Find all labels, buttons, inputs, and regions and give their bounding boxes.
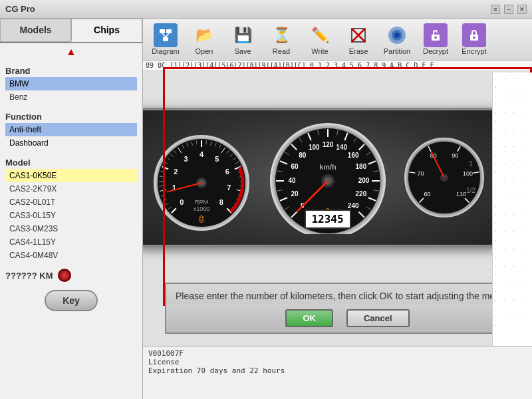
svg-point-10 (394, 33, 400, 38)
decrypt-icon (424, 23, 448, 47)
encrypt-button[interactable]: Encrypt (457, 21, 491, 57)
title-bar: CG Pro ≡ – ✕ (0, 0, 532, 19)
status-line-2: License (148, 358, 527, 366)
model-item-cas4-0m48v[interactable]: CAS4-0M48V (5, 249, 137, 262)
sidebar-tabs: Models Chips (0, 19, 142, 43)
tab-chips[interactable]: Chips (71, 19, 142, 42)
brand-item-benz[interactable]: Benz (5, 90, 137, 104)
partition-label: Partition (384, 47, 410, 55)
open-label: Open (196, 47, 213, 55)
encrypt-icon (462, 23, 486, 47)
function-item-dashboard[interactable]: Dashboard (5, 136, 137, 150)
open-icon: 📂 (192, 23, 216, 47)
diagram-icon (154, 23, 178, 47)
erase-button[interactable]: Erase (341, 21, 376, 57)
dialog-message-text: Please enter the number of kilometers, t… (176, 291, 508, 301)
decrypt-label: Decrypt (423, 47, 448, 55)
km-input[interactable]: 12345 (305, 209, 351, 229)
km-row: ?????? KM (0, 265, 142, 286)
write-button[interactable]: ✏️ Write (303, 21, 337, 57)
svg-rect-1 (166, 29, 172, 33)
status-line-1: V001007F (148, 349, 527, 358)
content-area: Diagram 📂 Open 💾 Save ⏳ Read ✏️ Write (143, 19, 532, 399)
model-item-cas1[interactable]: CAS1-0K50E (5, 169, 137, 182)
read-button[interactable]: ⏳ Read (264, 21, 299, 57)
function-title: Function (5, 109, 137, 123)
save-icon: 💾 (231, 23, 255, 47)
model-list: CAS1-0K50E CAS2-2K79X CAS2-0L01T CAS3-0L… (5, 169, 137, 262)
status-line-3: Expiration 70 days and 22 hours (148, 366, 527, 375)
window-controls: ≡ – ✕ (491, 5, 527, 14)
open-button[interactable]: 📂 Open (187, 21, 221, 57)
model-title: Model (5, 155, 137, 169)
model-item-cas2-0l01t[interactable]: CAS2-0L01T (5, 196, 137, 209)
svg-line-4 (166, 33, 169, 37)
rpm-gauge (148, 124, 255, 231)
work-area: 09 0C [1][2][3][4][5|6|7][8][9][A][B][C]… (143, 61, 532, 346)
toolbar: Diagram 📂 Open 💾 Save ⏳ Read ✏️ Write (143, 19, 532, 61)
close-button[interactable]: ✕ (517, 5, 527, 14)
ok-button[interactable]: OK (285, 309, 333, 327)
cancel-button[interactable]: Cancel (346, 309, 410, 327)
diagram-label: Diagram (152, 47, 180, 55)
dashboard-display: 12345 (143, 108, 501, 247)
partition-button[interactable]: Partition (380, 21, 414, 57)
function-item-antitheft[interactable]: Anti-theft (5, 123, 137, 136)
tab-models[interactable]: Models (0, 19, 71, 42)
write-label: Write (311, 47, 328, 55)
model-item-cas4-1l15y[interactable]: CAS4-1L15Y (5, 235, 137, 249)
hex-row: 09 0C [1][2][3][4][5|6|7][8][9][A][B][C]… (143, 61, 532, 71)
dialog-buttons: OK Cancel (165, 304, 530, 334)
read-label: Read (273, 47, 290, 55)
decrypt-button[interactable]: Decrypt (418, 21, 453, 57)
model-item-cas2-2k79x[interactable]: CAS2-2K79X (5, 182, 137, 196)
model-section: Model CAS1-0K50E CAS2-2K79X CAS2-0L01T C… (0, 152, 142, 265)
temp-gauge (401, 124, 487, 231)
model-item-cas3-0l15y[interactable]: CAS3-0L15Y (5, 209, 137, 222)
read-icon: ⏳ (269, 23, 293, 47)
svg-rect-2 (163, 37, 168, 41)
brand-item-bmw[interactable]: BMW (5, 77, 137, 90)
svg-rect-0 (160, 29, 165, 33)
minimize-button[interactable]: – (504, 5, 513, 14)
menu-icon[interactable]: ≡ (491, 5, 500, 14)
km-label: ?????? KM (5, 271, 53, 281)
speed-gauge: 12345 (261, 121, 394, 234)
encrypt-label: Encrypt (462, 47, 486, 55)
save-button[interactable]: 💾 Save (225, 21, 260, 57)
main-container: Models Chips ▲ Brand BMW Benz Function A… (0, 19, 532, 399)
erase-label: Erase (349, 47, 368, 55)
brand-section: Brand BMW Benz (0, 61, 142, 106)
sidebar-arrow: ▲ (0, 43, 142, 61)
svg-point-12 (434, 37, 437, 39)
function-section: Function Anti-theft Dashboard (0, 106, 142, 152)
sidebar: Models Chips ▲ Brand BMW Benz Function A… (0, 19, 143, 399)
status-bar: V001007F License Expiration 70 days and … (143, 346, 532, 399)
hex-dots-area: . . . . .. . . . .. . . . .. . . . .. . … (492, 72, 532, 346)
partition-icon (385, 23, 409, 47)
save-label: Save (234, 47, 251, 55)
brand-title: Brand (5, 63, 137, 77)
svg-point-14 (473, 37, 475, 39)
key-button[interactable]: Key (45, 290, 98, 311)
diagram-button[interactable]: Diagram (148, 21, 183, 57)
svg-line-3 (162, 33, 166, 37)
model-item-cas3-0m23s[interactable]: CAS3-0M23S (5, 222, 137, 235)
write-icon: ✏️ (308, 23, 332, 47)
km-circle-icon (58, 269, 71, 282)
erase-icon (346, 23, 370, 47)
title-text: CG Pro (5, 4, 35, 14)
